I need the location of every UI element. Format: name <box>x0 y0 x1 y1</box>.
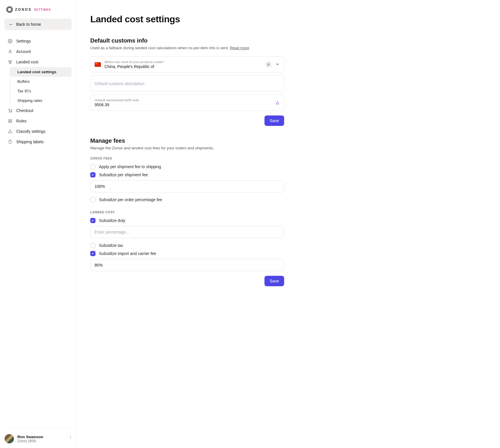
svg-point-2 <box>9 60 10 62</box>
subsidize-per-shipment-input[interactable]: 100% <box>90 180 284 192</box>
back-to-home-label: Back to home <box>16 22 41 27</box>
sidebar-item-label: Landed cost <box>16 60 38 64</box>
avatar <box>5 434 14 443</box>
svg-point-6 <box>11 112 12 112</box>
sidebar-item-label: Tax ID's <box>17 89 31 93</box>
sub-item-buffers[interactable]: Buffers <box>10 77 71 86</box>
customs-description-placeholder: Default customs description <box>95 81 144 86</box>
sub-item-landed-cost-settings[interactable]: Landed cost settings <box>10 67 71 77</box>
user-switcher[interactable]: Ron Swanson Zonos (909) ˄˅ <box>5 428 71 443</box>
clear-icon[interactable]: ✕ <box>265 61 272 68</box>
sidebar-item-settings[interactable]: Settings <box>5 36 71 46</box>
sub-item-tax-ids[interactable]: Tax ID's <box>10 86 71 96</box>
svg-point-3 <box>10 60 12 62</box>
subsidize-duty-checkbox[interactable] <box>90 218 95 223</box>
user-name: Ron Swanson <box>17 435 43 439</box>
origin-label: Where are most of your products made? <box>104 60 262 64</box>
svg-point-1 <box>9 50 11 52</box>
sidebar-item-label: Shipping labels <box>16 139 44 144</box>
grid-icon <box>8 118 13 124</box>
sidebar: ZONOS SETTINGS ← Back to home Settings A… <box>0 0 76 448</box>
back-to-home-button[interactable]: ← Back to home <box>5 19 71 30</box>
clipboard-icon <box>8 139 13 144</box>
subsidize-per-order-row: Subsidize per order percentage fee <box>90 197 284 202</box>
subsidize-duty-row: Subsidize duty <box>90 218 284 223</box>
zonos-fees-eyebrow: ZONOS FEES <box>90 157 284 160</box>
subsidize-duty-input[interactable]: Enter percentage… <box>90 226 284 238</box>
brand-label: SETTINGS <box>34 8 51 11</box>
brand-word: ZONOS <box>15 8 32 12</box>
triangle-icon <box>8 129 13 134</box>
subsidize-per-order-label: Subsidize per order percentage fee <box>99 197 162 202</box>
subsidize-import-carrier-row: Subsidize import and carrier fee <box>90 251 284 256</box>
subsidize-per-order-checkbox[interactable] <box>90 197 95 202</box>
arrow-left-icon: ← <box>9 22 13 27</box>
sidebar-item-label: Rules <box>16 119 27 123</box>
subsidize-import-carrier-label: Subsidize import and carrier fee <box>99 251 156 256</box>
subsidize-duty-label: Subsidize duty <box>99 218 125 223</box>
subsidize-tax-row: Subsidize tax <box>90 243 284 248</box>
chevrons-up-down-icon: ˄˅ <box>70 437 71 441</box>
apply-per-shipment-checkbox[interactable] <box>90 164 95 169</box>
svg-rect-7 <box>9 120 10 121</box>
china-flag-icon <box>95 62 101 67</box>
subsidize-per-shipment-checkbox[interactable] <box>90 172 95 177</box>
apply-per-shipment-label: Apply per shipment fee to shipping <box>99 164 161 169</box>
chevron-down-icon[interactable] <box>275 62 280 67</box>
origin-value: China, People's Republic of <box>104 64 262 69</box>
sidebar-item-rules[interactable]: Rules <box>5 116 71 126</box>
hts-code-input[interactable]: Default harmonized tariff code 9506.39 <box>90 95 284 111</box>
subsidize-per-shipment-row: Subsidize per shipment fee <box>90 172 284 177</box>
subsidize-tax-checkbox[interactable] <box>90 243 95 248</box>
subsidize-import-carrier-input[interactable]: 80% <box>90 259 284 271</box>
svg-rect-11 <box>9 140 11 144</box>
customs-description-input[interactable]: Default customs description <box>90 76 284 92</box>
svg-rect-8 <box>10 120 12 121</box>
sidebar-item-label: Account <box>16 49 31 54</box>
sub-item-shipping-rates[interactable]: Shipping rates <box>10 96 71 105</box>
sidebar-item-label: Buffers <box>17 79 30 84</box>
subsidize-import-carrier-checkbox[interactable] <box>90 251 95 256</box>
gear-icon <box>8 38 13 44</box>
sidebar-item-landed-cost[interactable]: Landed cost <box>5 57 71 67</box>
sidebar-item-classify[interactable]: Classify settings <box>5 126 71 137</box>
landed-cost-icon <box>8 59 13 65</box>
page-title: Landed cost settings <box>90 14 284 25</box>
save-fees-button[interactable]: Save <box>264 276 284 286</box>
origin-country-select[interactable]: Where are most of your products made? Ch… <box>90 56 284 73</box>
sidebar-item-label: Shipping rates <box>17 98 42 103</box>
section-desc-fees: Manage the Zonos and landed cost fees fo… <box>90 146 284 150</box>
customs-desc-text: Used as a fallback during landed cost ca… <box>90 46 230 50</box>
landed-cost-eyebrow: LANDED COST <box>90 210 284 214</box>
sidebar-item-shipping-labels[interactable]: Shipping labels <box>5 137 71 147</box>
sidebar-nav: Settings Account Landed cost Landed cost… <box>5 36 71 147</box>
section-heading-customs: Default customs info <box>90 37 284 44</box>
svg-point-0 <box>10 41 11 42</box>
user-org: Zonos (909) <box>17 439 43 443</box>
sidebar-item-label: Checkout <box>16 108 33 113</box>
main: Landed cost settings Default customs inf… <box>76 0 500 448</box>
sidebar-item-checkout[interactable]: Checkout <box>5 105 71 116</box>
hts-label: Default harmonized tariff code <box>95 98 272 102</box>
save-customs-button[interactable]: Save <box>264 115 284 126</box>
zonos-logo-icon <box>6 6 13 13</box>
svg-point-5 <box>9 112 10 112</box>
landed-cost-submenu: Landed cost settings Buffers Tax ID's Sh… <box>10 67 71 105</box>
classify-triangle-icon <box>275 100 280 105</box>
hts-value: 9506.39 <box>95 102 272 107</box>
section-heading-fees: Manage fees <box>90 137 284 144</box>
subsidize-per-shipment-label: Subsidize per shipment fee <box>99 172 148 177</box>
svg-rect-9 <box>9 121 10 122</box>
sidebar-item-label: Classify settings <box>16 129 45 134</box>
sidebar-item-label: Settings <box>16 39 31 43</box>
user-icon <box>8 49 13 54</box>
read-more-link[interactable]: Read more <box>230 46 249 50</box>
apply-per-shipment-row: Apply per shipment fee to shipping <box>90 164 284 169</box>
user-meta: Ron Swanson Zonos (909) <box>17 435 43 443</box>
cart-icon <box>8 108 13 113</box>
svg-rect-10 <box>10 121 12 122</box>
brand-logo: ZONOS SETTINGS <box>5 6 71 13</box>
sidebar-item-label: Landed cost settings <box>17 70 56 74</box>
section-desc-customs: Used as a fallback during landed cost ca… <box>90 46 284 50</box>
sidebar-item-account[interactable]: Account <box>5 46 71 57</box>
